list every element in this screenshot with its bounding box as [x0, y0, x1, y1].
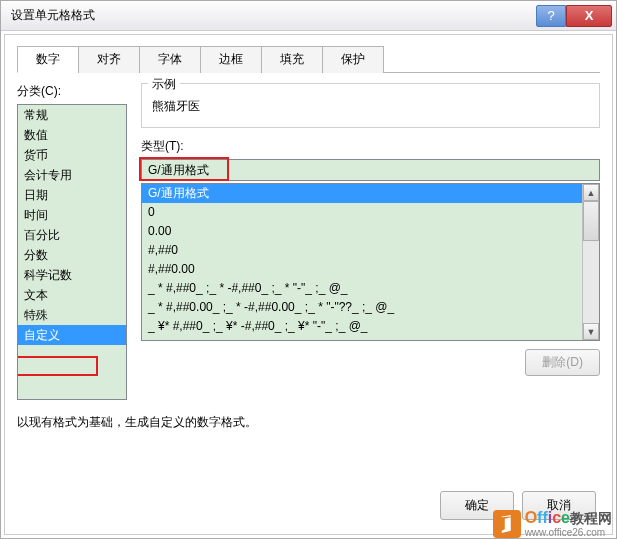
list-item[interactable]: #,##0.00	[142, 260, 582, 279]
sample-group: 示例 熊猫牙医	[141, 83, 600, 128]
type-label: 类型(T):	[141, 138, 600, 155]
cancel-button[interactable]: 取消	[522, 491, 596, 520]
list-item[interactable]: _ ¥* #,##0.00_ ;_ ¥* -#,##0.00_ ;_ ¥* "-…	[142, 336, 582, 340]
scrollbar[interactable]: ▲ ▼	[582, 184, 599, 340]
list-item[interactable]: #,##0	[142, 241, 582, 260]
list-item[interactable]: 分数	[18, 245, 126, 265]
list-item[interactable]: 0	[142, 203, 582, 222]
dialog-title: 设置单元格格式	[11, 7, 536, 24]
titlebar: 设置单元格格式 ? X	[1, 1, 616, 31]
list-item[interactable]: _ * #,##0.00_ ;_ * -#,##0.00_ ;_ * "-"??…	[142, 298, 582, 317]
scroll-down-icon[interactable]: ▼	[583, 323, 599, 340]
scroll-track[interactable]	[583, 241, 599, 323]
tab-strip: 数字 对齐 字体 边框 填充 保护	[17, 45, 600, 73]
list-item[interactable]: _ * #,##0_ ;_ * -#,##0_ ;_ * "-"_ ;_ @_	[142, 279, 582, 298]
annotation-highlight	[17, 356, 98, 376]
list-item[interactable]: 日期	[18, 185, 126, 205]
tab-alignment[interactable]: 对齐	[78, 46, 140, 73]
list-item[interactable]: G/通用格式	[142, 184, 582, 203]
type-input[interactable]	[141, 159, 600, 181]
ok-button[interactable]: 确定	[440, 491, 514, 520]
scroll-up-icon[interactable]: ▲	[583, 184, 599, 201]
close-button[interactable]: X	[566, 5, 612, 27]
sample-label: 示例	[148, 76, 180, 93]
list-item[interactable]: 0.00	[142, 222, 582, 241]
list-item[interactable]: 会计专用	[18, 165, 126, 185]
list-item[interactable]: 百分比	[18, 225, 126, 245]
tab-fill[interactable]: 填充	[261, 46, 323, 73]
category-listbox[interactable]: 常规 数值 货币 会计专用 日期 时间 百分比 分数 科学记数 文本 特殊 自定…	[17, 104, 127, 400]
list-item[interactable]: 数值	[18, 125, 126, 145]
list-item[interactable]: 时间	[18, 205, 126, 225]
tab-font[interactable]: 字体	[139, 46, 201, 73]
tab-protection[interactable]: 保护	[322, 46, 384, 73]
list-item[interactable]: 货币	[18, 145, 126, 165]
sample-value: 熊猫牙医	[152, 98, 589, 115]
help-button[interactable]: ?	[536, 5, 566, 27]
list-item[interactable]: 文本	[18, 285, 126, 305]
format-listbox[interactable]: G/通用格式 0 0.00 #,##0 #,##0.00 _ * #,##0_ …	[141, 183, 600, 341]
hint-text: 以现有格式为基础，生成自定义的数字格式。	[17, 414, 600, 431]
list-item[interactable]: 特殊	[18, 305, 126, 325]
list-item[interactable]: _ ¥* #,##0_ ;_ ¥* -#,##0_ ;_ ¥* "-"_ ;_ …	[142, 317, 582, 336]
tab-border[interactable]: 边框	[200, 46, 262, 73]
delete-button[interactable]: 删除(D)	[525, 349, 600, 376]
list-item[interactable]: 科学记数	[18, 265, 126, 285]
tab-number[interactable]: 数字	[17, 46, 79, 73]
category-label: 分类(C):	[17, 83, 127, 100]
list-item-custom[interactable]: 自定义	[18, 325, 126, 345]
list-item[interactable]: 常规	[18, 105, 126, 125]
scroll-thumb[interactable]	[583, 201, 599, 241]
